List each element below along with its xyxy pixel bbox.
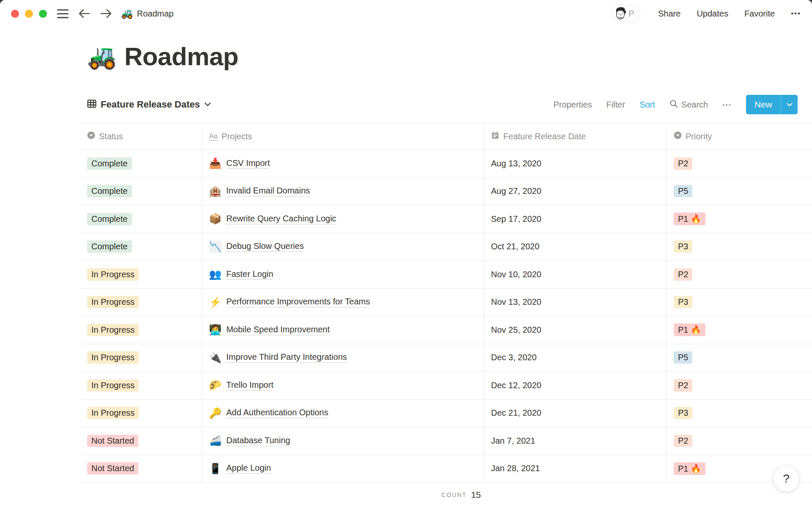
status-badge[interactable]: In Progress <box>87 351 139 364</box>
status-badge[interactable]: Not Started <box>87 462 138 475</box>
project-cell[interactable]: 📉 Debug Slow Queries <box>202 233 484 261</box>
back-arrow-icon[interactable] <box>78 7 91 20</box>
column-header-status[interactable]: Status <box>80 123 202 149</box>
priority-badge[interactable]: P1 🔥 <box>674 213 705 225</box>
presence-avatars[interactable]: P <box>612 5 640 22</box>
project-cell[interactable]: 🌮 Trello Import <box>202 372 484 399</box>
column-header-projects[interactable]: Aa Projects <box>202 123 484 149</box>
priority-badge[interactable]: P3 <box>674 240 692 253</box>
release-date[interactable]: Aug 27, 2020 <box>484 178 667 205</box>
project-cell[interactable]: 🏨 Invalid Email Domains <box>202 178 484 205</box>
project-link[interactable]: Apple Login <box>226 463 271 474</box>
user-avatar[interactable] <box>612 5 629 22</box>
status-badge[interactable]: Complete <box>87 240 132 253</box>
project-emoji-icon: 🔑 <box>209 407 222 419</box>
release-date[interactable]: Oct 21, 2020 <box>484 233 667 261</box>
page-emoji-icon[interactable]: 🚜 <box>87 41 117 73</box>
table-row: Complete 📥 CSV Import Aug 13, 2020 P2 <box>80 150 812 178</box>
status-badge[interactable]: In Progress <box>87 268 139 281</box>
status-badge[interactable]: Not Started <box>87 435 138 447</box>
project-link[interactable]: Database Tuning <box>226 436 290 446</box>
priority-badge[interactable]: P2 <box>674 157 692 170</box>
properties-button[interactable]: Properties <box>554 100 592 110</box>
table-footer: COUNT 15 <box>80 483 812 503</box>
project-link[interactable]: Mobile Speed Improvement <box>226 325 330 335</box>
new-button[interactable]: New <box>746 95 781 114</box>
table-row: In Progress 👥 Faster Login Nov 10, 2020 … <box>80 261 812 289</box>
release-date[interactable]: Jan 28, 2021 <box>484 455 667 483</box>
release-date[interactable]: Aug 13, 2020 <box>484 150 667 177</box>
status-badge[interactable]: Complete <box>87 185 132 197</box>
project-link[interactable]: Add Authentication Options <box>226 408 328 418</box>
view-switcher[interactable]: Feature Release Dates <box>80 99 211 110</box>
minimize-window-button[interactable] <box>25 10 33 18</box>
sort-button[interactable]: Sort <box>639 100 655 110</box>
priority-badge[interactable]: P1 🔥 <box>674 323 705 336</box>
sidebar-menu-icon[interactable] <box>57 9 69 18</box>
project-emoji-icon: 📱 <box>209 463 222 475</box>
status-badge[interactable]: In Progress <box>87 379 139 392</box>
priority-badge[interactable]: P1 🔥 <box>674 462 705 475</box>
view-more-options-icon[interactable]: ••• <box>722 101 732 108</box>
priority-badge[interactable]: P2 <box>674 268 692 281</box>
status-badge[interactable]: In Progress <box>87 324 139 336</box>
project-cell[interactable]: 👩‍💻 Mobile Speed Improvement <box>202 316 484 344</box>
status-badge[interactable]: Complete <box>87 157 132 170</box>
release-date[interactable]: Nov 10, 2020 <box>484 261 667 288</box>
priority-badge[interactable]: P2 <box>674 379 692 392</box>
count-control[interactable]: COUNT 15 <box>202 483 484 503</box>
release-date[interactable]: Dec 12, 2020 <box>484 372 667 399</box>
project-cell[interactable]: 🚄 Database Tuning <box>202 427 484 455</box>
priority-badge[interactable]: P3 <box>674 296 692 308</box>
project-link[interactable]: Invalid Email Domains <box>226 186 310 196</box>
project-cell[interactable]: 🔑 Add Authentication Options <box>202 400 484 427</box>
new-dropdown-chevron-icon[interactable] <box>781 95 798 114</box>
project-link[interactable]: Trello Import <box>226 380 274 391</box>
count-label: COUNT <box>442 491 467 498</box>
release-date[interactable]: Jan 7, 2021 <box>484 427 667 455</box>
project-cell[interactable]: 📦 Rewrite Query Caching Logic <box>202 205 484 233</box>
project-cell[interactable]: 🔌 Improve Third Party Integrations <box>202 344 484 372</box>
favorite-button[interactable]: Favorite <box>744 9 775 19</box>
status-badge[interactable]: Complete <box>87 213 132 225</box>
project-link[interactable]: Performance Improvements for Teams <box>226 297 370 307</box>
status-badge[interactable]: In Progress <box>87 407 139 419</box>
release-date[interactable]: Dec 3, 2020 <box>484 344 667 372</box>
priority-badge[interactable]: P5 <box>674 351 692 364</box>
updates-button[interactable]: Updates <box>697 9 728 19</box>
release-date[interactable]: Nov 13, 2020 <box>484 289 667 316</box>
zoom-window-button[interactable] <box>39 10 47 18</box>
status-badge[interactable]: In Progress <box>87 296 139 308</box>
column-header-date[interactable]: Feature Release Date <box>484 123 667 149</box>
project-cell[interactable]: 👥 Faster Login <box>202 261 484 288</box>
project-cell[interactable]: 📱 Apple Login <box>202 455 484 483</box>
project-link[interactable]: Rewrite Query Caching Logic <box>226 214 336 224</box>
more-options-icon[interactable]: ••• <box>791 9 801 18</box>
avatar-initial: P <box>628 8 634 19</box>
project-emoji-icon: 👩‍💻 <box>209 324 222 336</box>
column-header-priority[interactable]: Priority <box>667 123 812 149</box>
project-emoji-icon: ⚡ <box>209 296 222 308</box>
priority-badge[interactable]: P3 <box>674 407 692 419</box>
release-date[interactable]: Nov 25, 2020 <box>484 316 667 344</box>
project-link[interactable]: CSV Import <box>226 158 270 169</box>
forward-arrow-icon[interactable] <box>100 7 112 20</box>
help-button[interactable]: ? <box>773 466 799 492</box>
project-link[interactable]: Debug Slow Queries <box>226 241 304 252</box>
table-row: In Progress 👩‍💻 Mobile Speed Improvement… <box>80 316 812 344</box>
share-button[interactable]: Share <box>658 9 680 19</box>
priority-badge[interactable]: P2 <box>674 435 692 447</box>
search-control[interactable]: Search <box>669 99 708 110</box>
release-date[interactable]: Dec 21, 2020 <box>484 400 667 427</box>
project-link[interactable]: Faster Login <box>226 269 273 280</box>
breadcrumb[interactable]: 🚜 Roadmap <box>121 8 173 19</box>
project-cell[interactable]: ⚡ Performance Improvements for Teams <box>202 289 484 316</box>
close-window-button[interactable] <box>11 10 19 18</box>
release-date[interactable]: Sep 17, 2020 <box>484 205 667 233</box>
project-cell[interactable]: 📥 CSV Import <box>202 150 484 177</box>
project-emoji-icon: 📉 <box>209 241 222 253</box>
priority-badge[interactable]: P5 <box>674 185 692 197</box>
doc-emoji-icon: 🚜 <box>121 8 133 19</box>
filter-button[interactable]: Filter <box>606 100 625 110</box>
project-link[interactable]: Improve Third Party Integrations <box>226 352 347 363</box>
